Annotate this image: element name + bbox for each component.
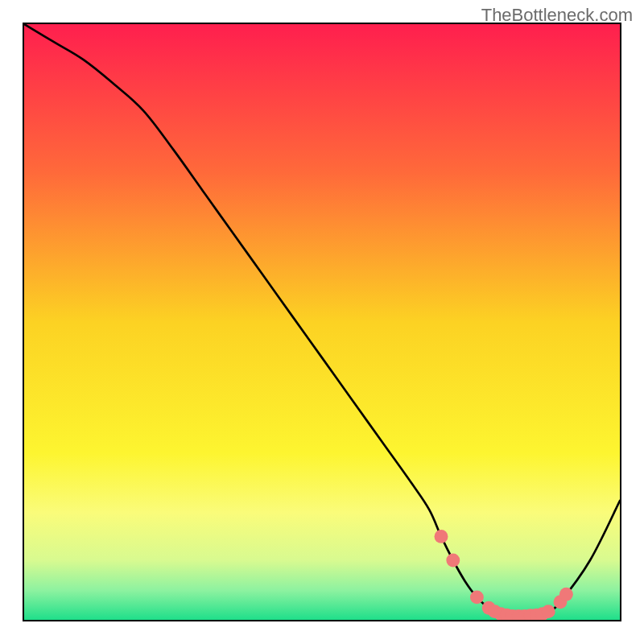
chart-marker (435, 530, 448, 543)
chart-marker (446, 554, 460, 568)
watermark-text: TheBottleneck.com (481, 5, 633, 26)
chart-svg (24, 24, 620, 620)
chart-background (24, 24, 620, 620)
chart-marker (559, 588, 573, 601)
chart-marker (470, 590, 484, 604)
chart-marker (542, 605, 555, 618)
chart-plot-area (23, 23, 621, 621)
